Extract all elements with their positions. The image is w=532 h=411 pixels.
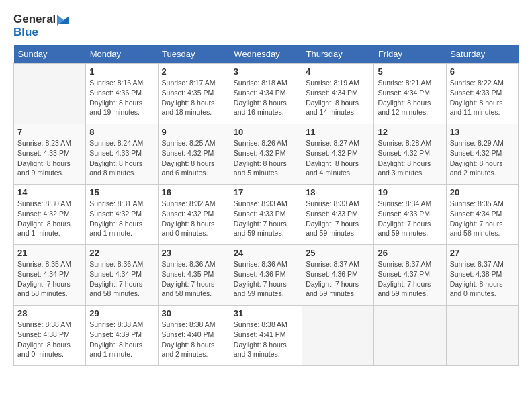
day-info: Sunrise: 8:33 AMSunset: 4:33 PMDaylight:… [306,199,370,238]
day-number: 21 [17,248,82,258]
calendar-cell: 13Sunrise: 8:29 AMSunset: 4:32 PMDayligh… [446,124,518,185]
day-number: 14 [17,187,82,197]
day-info: Sunrise: 8:16 AMSunset: 4:36 PMDaylight:… [89,78,154,118]
day-number: 5 [378,66,442,77]
day-number: 2 [162,66,226,77]
day-info: Sunrise: 8:38 AMSunset: 4:39 PMDaylight:… [89,320,154,359]
day-number: 11 [306,127,370,137]
day-info: Sunrise: 8:36 AMSunset: 4:35 PMDaylight:… [162,259,226,299]
calendar-week-row: 21Sunrise: 8:35 AMSunset: 4:34 PMDayligh… [14,245,519,306]
calendar-cell [302,306,374,366]
calendar-cell: 20Sunrise: 8:35 AMSunset: 4:34 PMDayligh… [446,185,518,245]
day-number: 7 [17,127,82,137]
day-header-tuesday: Tuesday [158,45,230,64]
calendar-week-row: 28Sunrise: 8:38 AMSunset: 4:38 PMDayligh… [14,306,519,366]
calendar-cell [446,306,518,366]
calendar-cell: 7Sunrise: 8:23 AMSunset: 4:33 PMDaylight… [14,124,86,185]
day-number: 18 [306,187,370,197]
day-number: 31 [234,308,298,318]
logo: General Blue [13,13,69,38]
day-number: 17 [234,187,298,197]
calendar-table: SundayMondayTuesdayWednesdayThursdayFrid… [13,45,519,366]
calendar-cell: 26Sunrise: 8:37 AMSunset: 4:37 PMDayligh… [374,245,446,306]
calendar-cell: 11Sunrise: 8:27 AMSunset: 4:32 PMDayligh… [302,124,374,185]
calendar-cell: 8Sunrise: 8:24 AMSunset: 4:33 PMDaylight… [86,124,158,185]
calendar-cell: 3Sunrise: 8:18 AMSunset: 4:34 PMDaylight… [230,64,302,124]
day-info: Sunrise: 8:31 AMSunset: 4:32 PMDaylight:… [89,199,154,238]
day-header-thursday: Thursday [302,45,374,64]
day-header-friday: Friday [374,45,446,64]
calendar-cell: 28Sunrise: 8:38 AMSunset: 4:38 PMDayligh… [14,306,86,366]
day-header-saturday: Saturday [446,45,518,64]
day-info: Sunrise: 8:37 AMSunset: 4:37 PMDaylight:… [378,259,442,299]
calendar-cell [374,306,446,366]
day-number: 29 [89,308,154,318]
day-info: Sunrise: 8:32 AMSunset: 4:32 PMDaylight:… [162,199,226,238]
calendar-cell: 17Sunrise: 8:33 AMSunset: 4:33 PMDayligh… [230,185,302,245]
calendar-cell: 19Sunrise: 8:34 AMSunset: 4:33 PMDayligh… [374,185,446,245]
day-info: Sunrise: 8:38 AMSunset: 4:38 PMDaylight:… [17,320,82,359]
calendar-cell: 22Sunrise: 8:36 AMSunset: 4:34 PMDayligh… [86,245,158,306]
calendar-cell: 30Sunrise: 8:38 AMSunset: 4:40 PMDayligh… [158,306,230,366]
day-number: 25 [306,248,370,258]
calendar-cell: 14Sunrise: 8:30 AMSunset: 4:32 PMDayligh… [14,185,86,245]
day-info: Sunrise: 8:38 AMSunset: 4:40 PMDaylight:… [162,320,226,359]
day-info: Sunrise: 8:38 AMSunset: 4:41 PMDaylight:… [234,320,298,359]
day-number: 26 [378,248,442,258]
calendar-cell [14,64,86,124]
days-header-row: SundayMondayTuesdayWednesdayThursdayFrid… [14,45,519,64]
day-number: 4 [306,66,370,77]
day-number: 12 [378,127,442,137]
calendar-cell: 31Sunrise: 8:38 AMSunset: 4:41 PMDayligh… [230,306,302,366]
day-header-monday: Monday [86,45,158,64]
day-number: 13 [450,127,515,137]
calendar-cell: 1Sunrise: 8:16 AMSunset: 4:36 PMDaylight… [86,64,158,124]
day-info: Sunrise: 8:30 AMSunset: 4:32 PMDaylight:… [17,199,82,238]
calendar-cell: 23Sunrise: 8:36 AMSunset: 4:35 PMDayligh… [158,245,230,306]
calendar-cell: 10Sunrise: 8:26 AMSunset: 4:32 PMDayligh… [230,124,302,185]
day-number: 9 [162,127,226,137]
day-info: Sunrise: 8:23 AMSunset: 4:33 PMDaylight:… [17,138,82,178]
day-number: 10 [234,127,298,137]
day-info: Sunrise: 8:34 AMSunset: 4:33 PMDaylight:… [378,199,442,238]
day-header-wednesday: Wednesday [230,45,302,64]
day-info: Sunrise: 8:29 AMSunset: 4:32 PMDaylight:… [450,138,515,178]
calendar-week-row: 7Sunrise: 8:23 AMSunset: 4:33 PMDaylight… [14,124,519,185]
day-number: 30 [162,308,226,318]
day-number: 19 [378,187,442,197]
calendar-cell: 24Sunrise: 8:36 AMSunset: 4:36 PMDayligh… [230,245,302,306]
day-info: Sunrise: 8:18 AMSunset: 4:34 PMDaylight:… [234,78,298,118]
day-number: 1 [89,66,154,77]
calendar-week-row: 14Sunrise: 8:30 AMSunset: 4:32 PMDayligh… [14,185,519,245]
calendar-cell: 21Sunrise: 8:35 AMSunset: 4:34 PMDayligh… [14,245,86,306]
day-info: Sunrise: 8:25 AMSunset: 4:32 PMDaylight:… [162,138,226,178]
calendar-cell: 9Sunrise: 8:25 AMSunset: 4:32 PMDaylight… [158,124,230,185]
day-info: Sunrise: 8:37 AMSunset: 4:38 PMDaylight:… [450,259,515,299]
day-number: 23 [162,248,226,258]
day-number: 16 [162,187,226,197]
day-info: Sunrise: 8:19 AMSunset: 4:34 PMDaylight:… [306,78,370,118]
day-number: 3 [234,66,298,77]
calendar-cell: 29Sunrise: 8:38 AMSunset: 4:39 PMDayligh… [86,306,158,366]
calendar-cell: 18Sunrise: 8:33 AMSunset: 4:33 PMDayligh… [302,185,374,245]
calendar-cell: 15Sunrise: 8:31 AMSunset: 4:32 PMDayligh… [86,185,158,245]
day-number: 20 [450,187,515,197]
day-info: Sunrise: 8:21 AMSunset: 4:34 PMDaylight:… [378,78,442,118]
logo-blue: Blue [13,26,69,39]
day-info: Sunrise: 8:36 AMSunset: 4:34 PMDaylight:… [89,259,154,299]
day-number: 27 [450,248,515,258]
day-info: Sunrise: 8:35 AMSunset: 4:34 PMDaylight:… [450,199,515,238]
logo-general: General [13,13,69,26]
calendar-cell: 27Sunrise: 8:37 AMSunset: 4:38 PMDayligh… [446,245,518,306]
logo-container: General Blue [13,13,69,38]
page-header: General Blue [13,13,519,38]
day-number: 28 [17,308,82,318]
day-info: Sunrise: 8:28 AMSunset: 4:32 PMDaylight:… [378,138,442,178]
day-header-sunday: Sunday [14,45,86,64]
day-info: Sunrise: 8:27 AMSunset: 4:32 PMDaylight:… [306,138,370,178]
day-number: 8 [89,127,154,137]
day-info: Sunrise: 8:33 AMSunset: 4:33 PMDaylight:… [234,199,298,238]
day-number: 24 [234,248,298,258]
calendar-cell: 25Sunrise: 8:37 AMSunset: 4:36 PMDayligh… [302,245,374,306]
calendar-cell: 5Sunrise: 8:21 AMSunset: 4:34 PMDaylight… [374,64,446,124]
